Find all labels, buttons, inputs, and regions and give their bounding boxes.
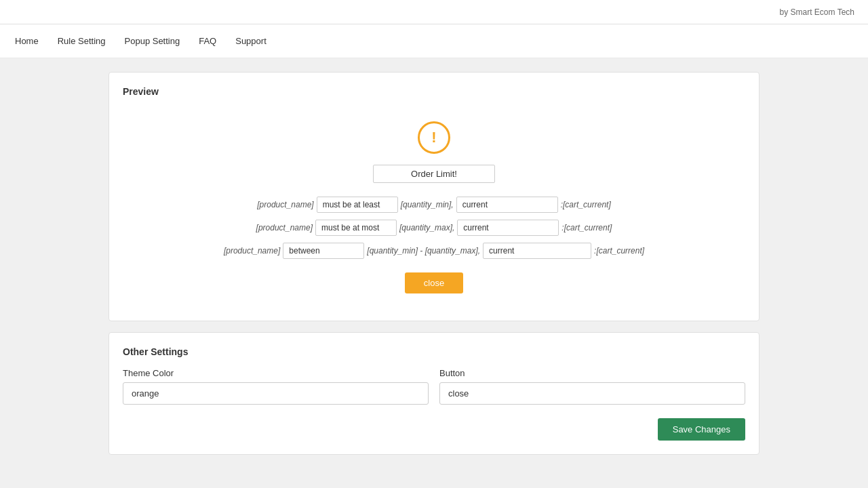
row2-quantity-tag: [quantity_max], bbox=[399, 223, 454, 232]
other-settings-title: Other Settings bbox=[123, 346, 745, 357]
button-label: Button bbox=[439, 368, 745, 378]
message-row-2: [product_name] [quantity_max], :[cart_cu… bbox=[256, 220, 612, 236]
row2-text-field[interactable] bbox=[315, 220, 397, 236]
message-row-1: [product_name] [quantity_min], :[cart_cu… bbox=[257, 197, 610, 213]
button-group: Button bbox=[439, 368, 745, 405]
preview-card: Preview ! Order Limit! [product_name] [q… bbox=[108, 72, 760, 321]
row2-cart-tag: :[cart_current] bbox=[561, 223, 612, 232]
order-limit-box: Order Limit! bbox=[373, 165, 495, 183]
other-settings-grid: Theme Color Button bbox=[123, 368, 745, 405]
row3-text-field[interactable] bbox=[283, 243, 364, 259]
theme-color-label: Theme Color bbox=[123, 368, 429, 378]
row1-text-field[interactable] bbox=[317, 197, 398, 213]
theme-color-input[interactable] bbox=[123, 382, 429, 405]
row1-product-tag: [product_name] bbox=[257, 200, 313, 209]
row3-product-tag: [product_name] bbox=[224, 246, 280, 256]
preview-area: ! Order Limit! [product_name] [quantity_… bbox=[123, 108, 745, 307]
nav-faq[interactable]: FAQ bbox=[197, 33, 218, 49]
preview-title: Preview bbox=[123, 86, 745, 97]
other-settings-card: Other Settings Theme Color Button Save C… bbox=[108, 332, 760, 455]
alert-icon: ! bbox=[418, 121, 450, 154]
row2-current-field[interactable] bbox=[457, 220, 559, 236]
preview-close-button[interactable]: close bbox=[405, 272, 463, 293]
nav-bar: Home Rule Setting Popup Setting FAQ Supp… bbox=[0, 24, 868, 58]
theme-color-group: Theme Color bbox=[123, 368, 429, 405]
row1-current-field[interactable] bbox=[456, 197, 558, 213]
message-rows: [product_name] [quantity_min], :[cart_cu… bbox=[123, 197, 745, 259]
row3-current-field[interactable] bbox=[483, 243, 591, 259]
row1-cart-tag: :[cart_current] bbox=[561, 200, 611, 209]
message-row-3: [product_name] [quantity_min] - [quantit… bbox=[224, 243, 644, 259]
nav-rule-setting[interactable]: Rule Setting bbox=[56, 33, 107, 49]
button-input[interactable] bbox=[439, 382, 745, 405]
save-btn-row: Save Changes bbox=[123, 418, 745, 441]
top-bar: by Smart Ecom Tech bbox=[0, 0, 868, 24]
main-content: Preview ! Order Limit! [product_name] [q… bbox=[95, 58, 773, 479]
row3-cart-tag: :[cart_current] bbox=[594, 246, 644, 256]
brand-text: by Smart Ecom Tech bbox=[780, 7, 854, 17]
row3-quantity-tag: [quantity_min] - [quantity_max], bbox=[367, 246, 480, 256]
nav-support[interactable]: Support bbox=[234, 33, 268, 49]
nav-popup-setting[interactable]: Popup Setting bbox=[123, 33, 182, 49]
row1-quantity-tag: [quantity_min], bbox=[401, 200, 454, 209]
nav-home[interactable]: Home bbox=[14, 33, 40, 49]
save-changes-button[interactable]: Save Changes bbox=[658, 418, 745, 441]
row2-product-tag: [product_name] bbox=[256, 223, 313, 232]
